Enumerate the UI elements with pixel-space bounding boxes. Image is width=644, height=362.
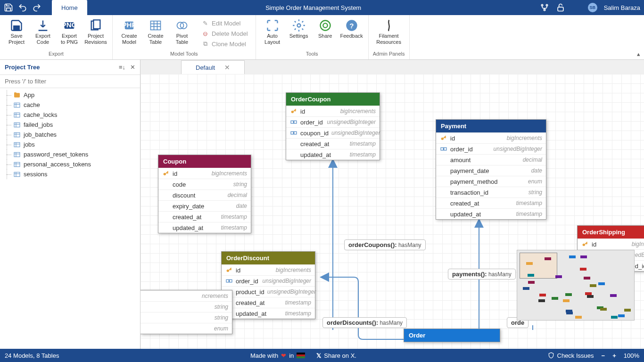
entity-order[interactable]: Order bbox=[404, 329, 500, 342]
entity-orderdiscount[interactable]: OrderDiscountidbigIncrementsorder_idunsi… bbox=[221, 251, 315, 319]
minimap[interactable] bbox=[517, 250, 635, 321]
entity-field[interactable]: idbigIncrements bbox=[222, 264, 315, 275]
entity-field[interactable]: created_attimestamp bbox=[222, 297, 315, 308]
tree-item-App[interactable]: App bbox=[0, 90, 140, 100]
tree-item-failed_jobs[interactable]: failed_jobs bbox=[0, 120, 140, 130]
undo-icon[interactable] bbox=[18, 3, 27, 12]
entity-field[interactable]: string bbox=[140, 301, 232, 312]
entity-header[interactable]: Coupon bbox=[158, 155, 251, 168]
minimap-viewport[interactable] bbox=[520, 253, 557, 279]
save-icon[interactable] bbox=[4, 3, 13, 12]
clone-model-button[interactable]: ⧉Clone Model bbox=[198, 39, 252, 49]
tree-item-jobs[interactable]: jobs bbox=[0, 140, 140, 149]
tree-item-sessions[interactable]: sessions bbox=[0, 169, 140, 179]
entity-field[interactable]: created_attimestamp bbox=[436, 197, 546, 208]
entity-field[interactable]: enum bbox=[140, 323, 232, 334]
entity-field[interactable]: idbigIncrements bbox=[286, 106, 380, 116]
tree-item-password_reset_tokens[interactable]: password_reset_tokens bbox=[0, 149, 140, 159]
entity-field[interactable]: created_attimestamp bbox=[286, 138, 380, 149]
tree-item-cache_locks[interactable]: cache_locks bbox=[0, 110, 140, 120]
close-tab-icon[interactable]: ✕ bbox=[224, 64, 230, 71]
entity-header[interactable]: OrderCoupon bbox=[286, 93, 380, 106]
entity-field[interactable]: order_idunsignedBigInteger bbox=[222, 275, 315, 286]
tree-item-personal_access_tokens[interactable]: personal_access_tokens bbox=[0, 159, 140, 169]
entity-field[interactable]: created_attimestamp bbox=[158, 211, 251, 222]
clone-icon: ⧉ bbox=[201, 40, 209, 48]
entity-field[interactable]: string bbox=[140, 312, 232, 323]
entity-field[interactable]: coupon_idunsignedBigInteger bbox=[286, 127, 380, 138]
entity-coupon[interactable]: CouponidbigIncrementscodestringdiscountd… bbox=[158, 155, 251, 233]
share-on-x[interactable]: Share on X. bbox=[324, 352, 356, 359]
entity-field[interactable]: discountdecimal bbox=[158, 189, 251, 200]
minimap-entity bbox=[569, 255, 576, 258]
user-name[interactable]: Salim Baraza bbox=[604, 4, 640, 11]
entity-field[interactable]: amountdecimal bbox=[436, 154, 546, 165]
entity-header[interactable]: Payment bbox=[436, 120, 546, 132]
field-type: decimal bbox=[523, 156, 542, 163]
entity-field[interactable]: ncrements bbox=[140, 290, 232, 301]
edit-model-button[interactable]: ✎Edit Model bbox=[198, 18, 252, 28]
entity-field[interactable]: updated_attimestamp bbox=[158, 222, 251, 233]
svg-rect-4 bbox=[14, 26, 19, 30]
canvas-tab[interactable]: Default ✕ bbox=[181, 60, 245, 74]
save-project-button[interactable]: SaveProject bbox=[4, 17, 29, 50]
entity-field[interactable]: updated_attimestamp bbox=[286, 149, 380, 160]
entity-payment[interactable]: PaymentidbigIncrementsorder_idunsignedBi… bbox=[436, 119, 546, 220]
tab-home[interactable]: Home bbox=[52, 0, 87, 15]
relationship-label[interactable]: payments(): hasMany bbox=[448, 269, 516, 280]
svg-point-58 bbox=[227, 270, 229, 272]
unlock-icon[interactable] bbox=[556, 3, 565, 12]
zoom-in-button[interactable]: + bbox=[612, 352, 616, 359]
entity-field[interactable]: idbigIncrements bbox=[578, 239, 644, 249]
entity-header[interactable]: OrderShipping bbox=[578, 226, 644, 239]
create-model-button[interactable]: PHPCreateModel bbox=[116, 17, 142, 50]
entity-field[interactable]: updated_attimestamp bbox=[222, 308, 315, 319]
entity-field[interactable]: codestring bbox=[158, 179, 251, 189]
entity-field[interactable]: payment_methodenum bbox=[436, 176, 546, 187]
sort-icon[interactable]: ≡↓ bbox=[119, 64, 125, 71]
feedback-button[interactable]: ?Feedback bbox=[339, 17, 364, 50]
delete-model-button[interactable]: ⊖Delete Model bbox=[198, 28, 252, 39]
entity-field[interactable]: order_idunsignedBigInteger bbox=[436, 143, 546, 154]
export-code-button[interactable]: ExportCode bbox=[30, 17, 56, 50]
relationship-label[interactable]: orderDiscounts(): hasMany bbox=[322, 317, 407, 328]
entity-header[interactable]: Order bbox=[404, 329, 500, 342]
tree-item-job_batches[interactable]: job_batches bbox=[0, 130, 140, 140]
tree-item-cache[interactable]: cache bbox=[0, 100, 140, 110]
entity-field[interactable]: product_idunsignedBigInteger bbox=[222, 286, 315, 297]
field-name: updated_at bbox=[300, 151, 347, 158]
entity-ordercoupon[interactable]: OrderCouponidbigIncrementsorder_idunsign… bbox=[286, 92, 380, 160]
field-type: timestamp bbox=[350, 151, 376, 158]
field-name: created_at bbox=[173, 214, 218, 221]
entity-partial[interactable]: ncrementsstringstringenum bbox=[140, 290, 232, 334]
entity-field[interactable]: idbigIncrements bbox=[158, 168, 251, 179]
entity-field[interactable]: updated_attimestamp bbox=[436, 208, 546, 219]
blank-icon bbox=[440, 167, 447, 174]
settings-button[interactable]: Settings bbox=[286, 17, 312, 50]
entity-field[interactable]: order_idunsignedBigInteger bbox=[286, 116, 380, 127]
export-png-button[interactable]: PNGExportto PNG bbox=[57, 17, 82, 50]
field-type: enum bbox=[528, 178, 542, 185]
filament-button[interactable]: FilamentResources bbox=[372, 17, 405, 50]
redo-icon[interactable] bbox=[32, 3, 41, 12]
create-table-button[interactable]: CreateTable bbox=[143, 17, 168, 50]
zoom-out-button[interactable]: − bbox=[602, 352, 605, 359]
field-type: string bbox=[215, 304, 228, 310]
entity-field[interactable]: payment_datedate bbox=[436, 165, 546, 176]
auto-layout-button[interactable]: AutoLayout bbox=[260, 17, 285, 50]
entity-field[interactable]: expiry_datedate bbox=[158, 200, 251, 211]
check-issues-button[interactable]: Check Issues bbox=[548, 352, 594, 359]
entity-field[interactable]: transaction_idstring bbox=[436, 187, 546, 197]
ribbon-collapse-icon[interactable]: ▴ bbox=[637, 50, 640, 58]
canvas[interactable]: CouponidbigIncrementscodestringdiscountd… bbox=[140, 74, 644, 349]
close-sidebar-icon[interactable]: ✕ bbox=[130, 64, 135, 71]
relationship-label[interactable]: orderCoupons(): hasMany bbox=[344, 239, 426, 250]
share-button[interactable]: Share bbox=[313, 17, 338, 50]
branch-icon[interactable] bbox=[540, 3, 549, 12]
avatar[interactable]: SB bbox=[588, 3, 597, 12]
entity-header[interactable]: OrderDiscount bbox=[222, 252, 315, 264]
pivot-table-button[interactable]: PivotTable bbox=[169, 17, 195, 50]
filter-input[interactable] bbox=[0, 75, 140, 88]
entity-field[interactable]: idbigIncrements bbox=[436, 132, 546, 143]
project-revisions-button[interactable]: ProjectRevisions bbox=[83, 17, 108, 50]
